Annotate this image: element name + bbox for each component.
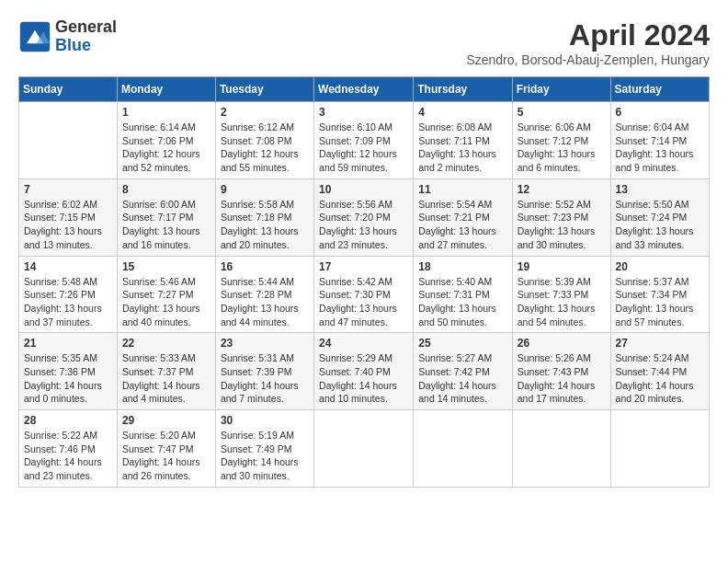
calendar-day-cell (19, 102, 118, 179)
calendar-day-cell: 14Sunrise: 5:48 AM Sunset: 7:26 PM Dayli… (19, 256, 118, 333)
calendar-day-cell: 17Sunrise: 5:42 AM Sunset: 7:30 PM Dayli… (314, 256, 414, 333)
calendar-table: SundayMondayTuesdayWednesdayThursdayFrid… (18, 76, 710, 488)
day-number: 11 (418, 183, 506, 196)
weekday-header: Monday (117, 77, 215, 102)
location-text: Szendro, Borsod-Abauj-Zemplen, Hungary (466, 52, 710, 67)
calendar-day-cell: 27Sunrise: 5:24 AM Sunset: 7:44 PM Dayli… (610, 333, 709, 410)
page-header: General Blue April 2024 Szendro, Borsod-… (18, 18, 710, 67)
day-number: 21 (24, 337, 112, 350)
logo-general-text: General (55, 18, 117, 37)
calendar-week-row: 14Sunrise: 5:48 AM Sunset: 7:26 PM Dayli… (19, 256, 710, 333)
day-number: 18 (418, 260, 506, 273)
logo-icon (18, 20, 51, 53)
day-number: 29 (122, 414, 210, 427)
day-number: 25 (418, 337, 506, 350)
day-number: 6 (616, 106, 704, 119)
day-number: 28 (24, 414, 112, 427)
day-info: Sunrise: 6:14 AM Sunset: 7:06 PM Dayligh… (122, 121, 210, 175)
day-info: Sunrise: 5:56 AM Sunset: 7:20 PM Dayligh… (319, 198, 408, 252)
weekday-header: Tuesday (215, 77, 313, 102)
calendar-day-cell: 10Sunrise: 5:56 AM Sunset: 7:20 PM Dayli… (314, 178, 414, 256)
calendar-day-cell: 26Sunrise: 5:26 AM Sunset: 7:43 PM Dayli… (512, 333, 610, 410)
day-info: Sunrise: 5:46 AM Sunset: 7:27 PM Dayligh… (122, 275, 210, 329)
calendar-day-cell: 30Sunrise: 5:19 AM Sunset: 7:49 PM Dayli… (215, 410, 313, 488)
day-info: Sunrise: 6:02 AM Sunset: 7:15 PM Dayligh… (24, 198, 112, 252)
day-number: 24 (319, 337, 408, 350)
day-number: 10 (319, 183, 408, 196)
calendar-day-cell: 4Sunrise: 6:08 AM Sunset: 7:11 PM Daylig… (414, 102, 512, 179)
day-number: 3 (319, 106, 408, 119)
calendar-day-cell: 7Sunrise: 6:02 AM Sunset: 7:15 PM Daylig… (19, 178, 118, 256)
day-number: 9 (221, 183, 309, 196)
day-info: Sunrise: 6:12 AM Sunset: 7:08 PM Dayligh… (221, 121, 309, 175)
day-info: Sunrise: 5:24 AM Sunset: 7:44 PM Dayligh… (616, 351, 704, 406)
calendar-day-cell: 13Sunrise: 5:50 AM Sunset: 7:24 PM Dayli… (610, 178, 709, 256)
calendar-day-cell (610, 410, 709, 488)
calendar-week-row: 28Sunrise: 5:22 AM Sunset: 7:46 PM Dayli… (19, 410, 710, 488)
logo-text: General Blue (55, 18, 117, 55)
day-number: 23 (221, 337, 309, 350)
day-number: 30 (221, 414, 309, 427)
day-number: 4 (418, 106, 506, 119)
calendar-day-cell: 24Sunrise: 5:29 AM Sunset: 7:40 PM Dayli… (314, 333, 414, 410)
day-info: Sunrise: 5:48 AM Sunset: 7:26 PM Dayligh… (24, 275, 112, 329)
calendar-day-cell: 1Sunrise: 6:14 AM Sunset: 7:06 PM Daylig… (117, 102, 215, 179)
calendar-day-cell: 5Sunrise: 6:06 AM Sunset: 7:12 PM Daylig… (512, 102, 610, 179)
day-info: Sunrise: 5:54 AM Sunset: 7:21 PM Dayligh… (418, 198, 506, 252)
logo-blue-text: Blue (55, 37, 117, 55)
calendar-day-cell: 8Sunrise: 6:00 AM Sunset: 7:17 PM Daylig… (117, 178, 215, 256)
calendar-day-cell: 23Sunrise: 5:31 AM Sunset: 7:39 PM Dayli… (215, 333, 313, 410)
calendar-week-row: 21Sunrise: 5:35 AM Sunset: 7:36 PM Dayli… (19, 333, 710, 410)
day-info: Sunrise: 6:04 AM Sunset: 7:14 PM Dayligh… (616, 121, 704, 175)
calendar-week-row: 7Sunrise: 6:02 AM Sunset: 7:15 PM Daylig… (19, 178, 710, 256)
day-info: Sunrise: 5:50 AM Sunset: 7:24 PM Dayligh… (616, 198, 704, 252)
day-info: Sunrise: 5:22 AM Sunset: 7:46 PM Dayligh… (24, 429, 112, 483)
calendar-header-row: SundayMondayTuesdayWednesdayThursdayFrid… (19, 77, 710, 102)
day-number: 19 (518, 260, 606, 273)
calendar-day-cell: 21Sunrise: 5:35 AM Sunset: 7:36 PM Dayli… (19, 333, 118, 410)
day-number: 14 (24, 260, 112, 273)
weekday-header: Friday (512, 77, 610, 102)
day-info: Sunrise: 5:20 AM Sunset: 7:47 PM Dayligh… (122, 429, 210, 483)
weekday-header: Wednesday (314, 77, 414, 102)
day-number: 1 (122, 106, 210, 119)
day-info: Sunrise: 5:27 AM Sunset: 7:42 PM Dayligh… (418, 351, 506, 406)
day-info: Sunrise: 5:29 AM Sunset: 7:40 PM Dayligh… (319, 351, 408, 406)
calendar-day-cell (414, 410, 512, 488)
calendar-day-cell: 6Sunrise: 6:04 AM Sunset: 7:14 PM Daylig… (610, 102, 709, 179)
calendar-day-cell: 22Sunrise: 5:33 AM Sunset: 7:37 PM Dayli… (117, 333, 215, 410)
calendar-day-cell: 15Sunrise: 5:46 AM Sunset: 7:27 PM Dayli… (117, 256, 215, 333)
weekday-header: Saturday (610, 77, 709, 102)
calendar-week-row: 1Sunrise: 6:14 AM Sunset: 7:06 PM Daylig… (19, 102, 710, 179)
day-number: 7 (24, 183, 112, 196)
day-number: 2 (221, 106, 309, 119)
day-number: 12 (518, 183, 606, 196)
calendar-day-cell: 19Sunrise: 5:39 AM Sunset: 7:33 PM Dayli… (512, 256, 610, 333)
day-number: 5 (518, 106, 606, 119)
day-number: 22 (122, 337, 210, 350)
day-number: 17 (319, 260, 408, 273)
month-title: April 2024 (466, 18, 710, 52)
day-number: 15 (122, 260, 210, 273)
calendar-day-cell (512, 410, 610, 488)
day-number: 20 (616, 260, 704, 273)
calendar-day-cell: 9Sunrise: 5:58 AM Sunset: 7:18 PM Daylig… (215, 178, 313, 256)
day-info: Sunrise: 6:08 AM Sunset: 7:11 PM Dayligh… (418, 121, 506, 175)
calendar-day-cell: 25Sunrise: 5:27 AM Sunset: 7:42 PM Dayli… (414, 333, 512, 410)
day-info: Sunrise: 5:19 AM Sunset: 7:49 PM Dayligh… (221, 429, 309, 483)
day-info: Sunrise: 5:44 AM Sunset: 7:28 PM Dayligh… (221, 275, 309, 329)
calendar-day-cell: 28Sunrise: 5:22 AM Sunset: 7:46 PM Dayli… (19, 410, 118, 488)
day-info: Sunrise: 5:39 AM Sunset: 7:33 PM Dayligh… (518, 275, 606, 329)
calendar-day-cell: 18Sunrise: 5:40 AM Sunset: 7:31 PM Dayli… (414, 256, 512, 333)
weekday-header: Sunday (19, 77, 118, 102)
day-number: 16 (221, 260, 309, 273)
calendar-day-cell: 12Sunrise: 5:52 AM Sunset: 7:23 PM Dayli… (512, 178, 610, 256)
calendar-day-cell: 2Sunrise: 6:12 AM Sunset: 7:08 PM Daylig… (215, 102, 313, 179)
day-info: Sunrise: 5:40 AM Sunset: 7:31 PM Dayligh… (418, 275, 506, 329)
weekday-header: Thursday (414, 77, 512, 102)
day-number: 13 (616, 183, 704, 196)
day-info: Sunrise: 6:06 AM Sunset: 7:12 PM Dayligh… (518, 121, 606, 175)
day-info: Sunrise: 6:00 AM Sunset: 7:17 PM Dayligh… (122, 198, 210, 252)
day-number: 26 (518, 337, 606, 350)
day-info: Sunrise: 6:10 AM Sunset: 7:09 PM Dayligh… (319, 121, 408, 175)
